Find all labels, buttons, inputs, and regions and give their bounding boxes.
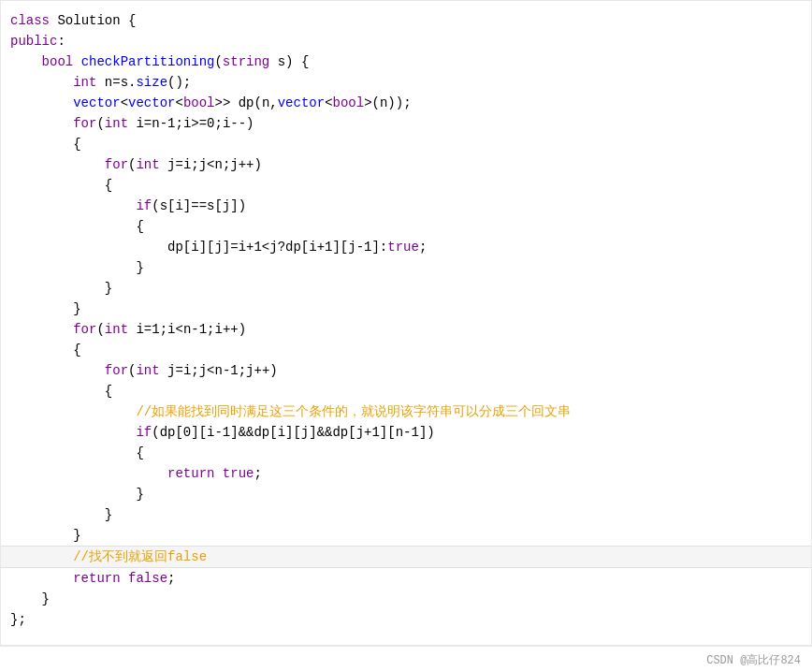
watermark: CSDN @高比仔824 (706, 652, 801, 668)
code-text-22: { (10, 443, 802, 463)
code-line-23: return true; (1, 463, 811, 484)
code-text-26: } (10, 525, 802, 546)
code-text-23: return true; (10, 463, 802, 484)
code-line-27: //找不到就返回false (1, 546, 811, 568)
code-text-29: } (10, 589, 802, 609)
code-text-6: for(int i=n-1;i>=0;i--) (10, 113, 802, 134)
code-text-17: { (10, 340, 802, 360)
code-line-2: public: (1, 31, 811, 51)
code-text-9: { (10, 175, 802, 196)
code-text-27: //找不到就返回false (10, 547, 802, 567)
code-line-18: for(int j=i;j<n-1;j++) (1, 360, 811, 381)
code-text-13: } (10, 257, 802, 278)
code-text-1: class Solution { (10, 10, 802, 31)
code-text-3: bool checkPartitioning(string s) { (10, 51, 802, 72)
code-line-24: } (1, 484, 811, 504)
code-text-21: if(dp[0][i-1]&&dp[i][j]&&dp[j+1][n-1]) (10, 422, 802, 443)
code-line-14: } (1, 278, 811, 299)
code-line-22: { (1, 443, 811, 463)
code-text-10: if(s[i]==s[j]) (10, 196, 802, 216)
code-line-1: class Solution { (1, 10, 811, 31)
code-line-30: }; (1, 609, 811, 630)
code-line-19: { (1, 381, 811, 401)
code-line-6: for(int i=n-1;i>=0;i--) (1, 113, 811, 134)
code-line-20: //如果能找到同时满足这三个条件的，就说明该字符串可以分成三个回文串 (1, 401, 811, 422)
code-text-15: } (10, 299, 802, 319)
code-line-3: bool checkPartitioning(string s) { (1, 51, 811, 72)
code-line-12: dp[i][j]=i+1<j?dp[i+1][j-1]:true; (1, 237, 811, 257)
code-line-15: } (1, 299, 811, 319)
code-line-28: return false; (1, 568, 811, 589)
code-text-8: for(int j=i;j<n;j++) (10, 154, 802, 175)
code-text-14: } (10, 278, 802, 299)
code-text-20: //如果能找到同时满足这三个条件的，就说明该字符串可以分成三个回文串 (10, 401, 802, 422)
code-line-7: { (1, 134, 811, 154)
code-container: class Solution { public: bool checkParti… (0, 0, 812, 646)
code-line-10: if(s[i]==s[j]) (1, 196, 811, 216)
code-text-2: public: (10, 31, 802, 51)
code-text-16: for(int i=1;i<n-1;i++) (10, 319, 802, 340)
code-text-5: vector<vector<bool>> dp(n,vector<bool>(n… (10, 93, 802, 113)
footer: CSDN @高比仔824 (0, 646, 812, 671)
code-text-30: }; (10, 609, 802, 630)
code-text-4: int n=s.size(); (10, 72, 802, 93)
code-text-12: dp[i][j]=i+1<j?dp[i+1][j-1]:true; (10, 237, 802, 257)
code-text-19: { (10, 381, 802, 401)
code-line-9: { (1, 175, 811, 196)
code-line-16: for(int i=1;i<n-1;i++) (1, 319, 811, 340)
code-line-25: } (1, 504, 811, 525)
code-text-24: } (10, 484, 802, 504)
code-line-11: { (1, 216, 811, 237)
code-line-21: if(dp[0][i-1]&&dp[i][j]&&dp[j+1][n-1]) (1, 422, 811, 443)
code-text-18: for(int j=i;j<n-1;j++) (10, 360, 802, 381)
code-line-26: } (1, 525, 811, 546)
code-line-29: } (1, 589, 811, 609)
code-text-7: { (10, 134, 802, 154)
code-line-13: } (1, 257, 811, 278)
code-line-5: vector<vector<bool>> dp(n,vector<bool>(n… (1, 93, 811, 113)
code-text-25: } (10, 504, 802, 525)
code-text-28: return false; (10, 568, 802, 589)
code-line-8: for(int j=i;j<n;j++) (1, 154, 811, 175)
code-line-4: int n=s.size(); (1, 72, 811, 93)
code-line-17: { (1, 340, 811, 360)
code-text-11: { (10, 216, 802, 237)
